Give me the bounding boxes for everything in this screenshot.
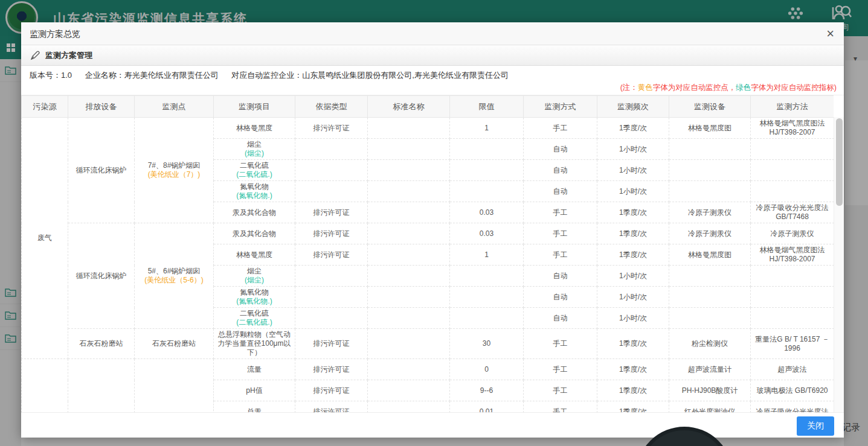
cell-limit	[450, 266, 524, 287]
cell-monitoring-method: 林格曼烟气黑度图法HJ/T398-2007	[751, 118, 834, 139]
column-header: 监测设备	[669, 96, 751, 118]
cell-monitoring-mode: 手工	[524, 244, 597, 266]
cell-emission-device: 循环流化床锅炉	[68, 223, 135, 329]
cell-monitoring-method: 冷原子吸收分光光度法	[751, 401, 834, 413]
note-yellow: 黄色	[638, 83, 653, 92]
column-header: 监测项目	[214, 96, 295, 118]
cell-basis-type: 排污许可证	[295, 202, 368, 223]
cell-basis-type	[295, 160, 368, 181]
column-header: 污染源	[22, 96, 68, 118]
cell-monitoring-item: 汞及其化合物	[214, 223, 295, 244]
cell-standard-name	[368, 359, 450, 380]
auto-company-text: 对应自动监控企业：山东晨鸣纸业集团股份有限公司,寿光美伦纸业有限责任公司	[231, 71, 509, 80]
cell-basis-type: 排污许可证	[295, 380, 368, 401]
cell-monitoring-mode: 自动	[524, 266, 597, 287]
cell-monitoring-frequency: 1小时/次	[597, 287, 669, 308]
cell-monitoring-mode: 自动	[524, 160, 597, 181]
cell-monitoring-equipment	[669, 287, 751, 308]
cell-monitoring-item: 总汞	[214, 401, 295, 413]
table-row: 流量排污许可证0手工1季度/次超声波流量计超声波法	[22, 359, 834, 380]
scrollbar-thumb[interactable]	[836, 118, 843, 206]
cell-monitoring-equipment	[669, 160, 751, 181]
cell-monitoring-frequency: 1季度/次	[597, 401, 669, 413]
cell-monitoring-frequency: 1小时/次	[597, 139, 669, 160]
cell-limit	[450, 139, 524, 160]
cell-monitoring-item: 汞及其化合物	[214, 202, 295, 223]
cell-monitoring-item: pH值	[214, 380, 295, 401]
cell-monitoring-frequency: 1季度/次	[597, 359, 669, 380]
table-row: 石灰石粉磨站石灰石粉磨站总悬浮颗粒物（空气动力学当量直径100μm以下）排污许可…	[22, 329, 834, 359]
modal-title: 监测方案总览	[30, 29, 80, 39]
cell-limit	[450, 181, 524, 202]
cell-monitoring-mode: 手工	[524, 202, 597, 223]
cell-emission-device: 石灰石粉磨站	[68, 329, 135, 359]
cell-monitoring-mode: 手工	[524, 223, 597, 244]
table-scrollbar[interactable]	[834, 117, 844, 412]
cell-standard-name	[368, 266, 450, 287]
cell-basis-type: 排污许可证	[295, 118, 368, 139]
cell-monitoring-frequency: 1季度/次	[597, 329, 669, 359]
pen-icon	[30, 51, 40, 60]
cell-basis-type: 排污许可证	[295, 329, 368, 359]
cell-monitoring-method: 冷原子吸收分光光度法GB/T7468	[751, 202, 834, 223]
plan-info-line: 版本号：1.0 企业名称：寿光美伦纸业有限责任公司 对应自动监控企业：山东晨鸣纸…	[30, 70, 519, 81]
cell-monitoring-item: 烟尘(烟尘)	[214, 266, 295, 287]
cell-monitoring-item: 氮氧化物(氮氧化物.)	[214, 181, 295, 202]
monitoring-plan-table: 污染源排放设备监测点监测项目依据类型标准名称限值监测方式监测频次监测设备监测方法…	[21, 95, 834, 413]
cell-monitoring-equipment	[669, 181, 751, 202]
cell-monitoring-method	[751, 287, 834, 308]
cell-emission-device	[68, 359, 135, 413]
close-icon[interactable]: ×	[826, 27, 834, 41]
modal-footer: 关闭	[21, 412, 844, 438]
modal-header: 监测方案总览 ×	[21, 22, 844, 45]
cell-monitoring-frequency: 1季度/次	[597, 244, 669, 266]
cell-basis-type: 排污许可证	[295, 223, 368, 244]
cell-monitoring-mode: 自动	[524, 181, 597, 202]
cell-monitoring-point: 5#、6#锅炉烟囱(美伦纸业（5-6）)	[135, 223, 214, 329]
cell-monitoring-frequency: 1季度/次	[597, 223, 669, 244]
cell-standard-name	[368, 244, 450, 266]
close-button[interactable]: 关闭	[797, 416, 834, 436]
cell-standard-name	[368, 329, 450, 359]
cell-monitoring-equipment: 冷原子测汞仪	[669, 223, 751, 244]
cell-monitoring-equipment: 超声波流量计	[669, 359, 751, 380]
cell-monitoring-method	[751, 160, 834, 181]
cell-standard-name	[368, 380, 450, 401]
cell-limit: 0.03	[450, 202, 524, 223]
cell-monitoring-method	[751, 266, 834, 287]
cell-standard-name	[368, 181, 450, 202]
cell-monitoring-equipment	[669, 266, 751, 287]
version-text: 版本号：1.0	[30, 71, 72, 80]
cell-standard-name	[368, 401, 450, 413]
cell-monitoring-item: 总悬浮颗粒物（空气动力学当量直径100μm以下）	[214, 329, 295, 359]
note-prefix: (注：	[620, 83, 638, 92]
cell-monitoring-item: 流量	[214, 359, 295, 380]
cell-limit: 0	[450, 359, 524, 380]
cell-monitoring-frequency: 1小时/次	[597, 266, 669, 287]
cell-monitoring-method	[751, 139, 834, 160]
cell-monitoring-equipment	[669, 308, 751, 329]
note-green: 绿色	[736, 83, 751, 92]
cell-monitoring-method: 玻璃电极法 GB/T6920	[751, 380, 834, 401]
cell-monitoring-mode: 自动	[524, 287, 597, 308]
cell-monitoring-mode: 手工	[524, 329, 597, 359]
cell-monitoring-mode: 手工	[524, 118, 597, 139]
cell-monitoring-frequency: 1小时/次	[597, 160, 669, 181]
column-header: 标准名称	[368, 96, 450, 118]
plan-table-zone: 污染源排放设备监测点监测项目依据类型标准名称限值监测方式监测频次监测设备监测方法…	[21, 95, 844, 412]
section-header: 监测方案管理	[21, 45, 844, 66]
note-mid: 字体为对应自动监控点，	[653, 83, 736, 92]
cell-monitoring-method: 林格曼烟气黑度图法HJ/T398-2007	[751, 244, 834, 266]
column-header: 限值	[450, 96, 524, 118]
cell-pollutant-source: 废气	[22, 118, 68, 359]
cell-monitoring-equipment: 林格曼黑度图	[669, 244, 751, 266]
cell-limit	[450, 287, 524, 308]
cell-monitoring-item: 氮氧化物(氮氧化物.)	[214, 287, 295, 308]
cell-basis-type	[295, 287, 368, 308]
cell-basis-type	[295, 181, 368, 202]
cell-standard-name	[368, 223, 450, 244]
cell-standard-name	[368, 118, 450, 139]
cell-basis-type	[295, 139, 368, 160]
cell-basis-type	[295, 308, 368, 329]
cell-standard-name	[368, 160, 450, 181]
